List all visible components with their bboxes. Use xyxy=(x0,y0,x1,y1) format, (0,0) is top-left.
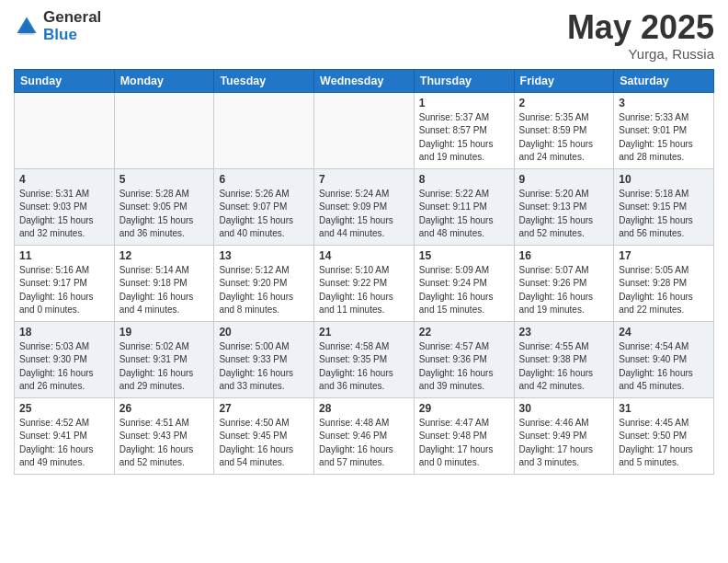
day-info: Sunrise: 4:51 AMSunset: 9:43 PMDaylight:… xyxy=(119,417,210,470)
week-row-4: 18Sunrise: 5:03 AMSunset: 9:30 PMDayligh… xyxy=(15,321,714,397)
calendar-cell: 25Sunrise: 4:52 AMSunset: 9:41 PMDayligh… xyxy=(15,397,115,474)
calendar-cell: 10Sunrise: 5:18 AMSunset: 9:15 PMDayligh… xyxy=(614,168,714,245)
calendar-cell xyxy=(214,92,314,168)
calendar-cell: 2Sunrise: 5:35 AMSunset: 8:59 PMDaylight… xyxy=(514,92,614,168)
day-number: 28 xyxy=(319,402,409,415)
day-number: 7 xyxy=(319,173,409,186)
day-info: Sunrise: 5:02 AMSunset: 9:31 PMDaylight:… xyxy=(119,340,210,394)
day-number: 9 xyxy=(519,173,609,186)
day-info: Sunrise: 5:12 AMSunset: 9:20 PMDaylight:… xyxy=(219,264,309,317)
day-info: Sunrise: 5:10 AMSunset: 9:22 PMDaylight:… xyxy=(319,264,409,317)
day-number: 6 xyxy=(219,173,309,186)
title-location: Yurga, Russia xyxy=(567,46,714,62)
day-info: Sunrise: 4:57 AMSunset: 9:36 PMDaylight:… xyxy=(419,340,509,394)
header: General Blue May 2025 Yurga, Russia xyxy=(14,9,714,62)
day-info: Sunrise: 5:18 AMSunset: 9:15 PMDaylight:… xyxy=(619,188,709,241)
calendar-cell: 14Sunrise: 5:10 AMSunset: 9:22 PMDayligh… xyxy=(314,245,415,321)
day-number: 4 xyxy=(19,173,109,186)
week-row-3: 11Sunrise: 5:16 AMSunset: 9:17 PMDayligh… xyxy=(15,245,714,321)
day-number: 27 xyxy=(219,402,309,415)
day-number: 14 xyxy=(319,249,409,262)
day-number: 26 xyxy=(119,402,210,415)
day-info: Sunrise: 4:50 AMSunset: 9:45 PMDaylight:… xyxy=(219,417,309,470)
weekday-header-thursday: Thursday xyxy=(414,69,514,92)
calendar-cell: 16Sunrise: 5:07 AMSunset: 9:26 PMDayligh… xyxy=(514,245,614,321)
calendar-cell xyxy=(314,92,415,168)
logo-icon xyxy=(14,14,40,40)
day-info: Sunrise: 5:35 AMSunset: 8:59 PMDaylight:… xyxy=(519,111,609,165)
day-info: Sunrise: 5:28 AMSunset: 9:05 PMDaylight:… xyxy=(119,188,210,241)
calendar-cell: 8Sunrise: 5:22 AMSunset: 9:11 PMDaylight… xyxy=(414,168,514,245)
day-info: Sunrise: 4:55 AMSunset: 9:38 PMDaylight:… xyxy=(519,340,609,394)
day-info: Sunrise: 4:54 AMSunset: 9:40 PMDaylight:… xyxy=(619,340,709,394)
day-number: 24 xyxy=(619,326,709,339)
calendar-cell: 29Sunrise: 4:47 AMSunset: 9:48 PMDayligh… xyxy=(414,397,514,474)
calendar-cell: 3Sunrise: 5:33 AMSunset: 9:01 PMDaylight… xyxy=(614,92,714,168)
day-number: 19 xyxy=(119,326,210,339)
day-info: Sunrise: 4:46 AMSunset: 9:49 PMDaylight:… xyxy=(519,417,609,470)
day-info: Sunrise: 5:24 AMSunset: 9:09 PMDaylight:… xyxy=(319,188,409,241)
calendar-cell: 11Sunrise: 5:16 AMSunset: 9:17 PMDayligh… xyxy=(15,245,115,321)
day-info: Sunrise: 5:31 AMSunset: 9:03 PMDaylight:… xyxy=(19,188,109,241)
day-info: Sunrise: 5:20 AMSunset: 9:13 PMDaylight:… xyxy=(519,188,609,241)
title-month: May 2025 xyxy=(567,9,714,46)
weekday-header-tuesday: Tuesday xyxy=(214,69,314,92)
calendar-cell: 17Sunrise: 5:05 AMSunset: 9:28 PMDayligh… xyxy=(614,245,714,321)
day-number: 17 xyxy=(619,249,709,262)
calendar-cell: 5Sunrise: 5:28 AMSunset: 9:05 PMDaylight… xyxy=(114,168,214,245)
day-info: Sunrise: 5:00 AMSunset: 9:33 PMDaylight:… xyxy=(219,340,309,394)
logo-text: General Blue xyxy=(43,9,101,43)
calendar-cell: 9Sunrise: 5:20 AMSunset: 9:13 PMDaylight… xyxy=(514,168,614,245)
week-row-5: 25Sunrise: 4:52 AMSunset: 9:41 PMDayligh… xyxy=(15,397,714,474)
calendar-cell: 20Sunrise: 5:00 AMSunset: 9:33 PMDayligh… xyxy=(214,321,314,397)
day-info: Sunrise: 5:33 AMSunset: 9:01 PMDaylight:… xyxy=(619,111,709,165)
calendar-cell: 28Sunrise: 4:48 AMSunset: 9:46 PMDayligh… xyxy=(314,397,415,474)
day-info: Sunrise: 5:09 AMSunset: 9:24 PMDaylight:… xyxy=(419,264,509,317)
weekday-header-sunday: Sunday xyxy=(15,69,115,92)
page: General Blue May 2025 Yurga, Russia Sund… xyxy=(0,0,728,488)
weekday-header-friday: Friday xyxy=(514,69,614,92)
title-block: May 2025 Yurga, Russia xyxy=(567,9,714,62)
calendar-cell: 4Sunrise: 5:31 AMSunset: 9:03 PMDaylight… xyxy=(15,168,115,245)
day-number: 1 xyxy=(419,97,509,109)
calendar-cell: 23Sunrise: 4:55 AMSunset: 9:38 PMDayligh… xyxy=(514,321,614,397)
day-number: 30 xyxy=(519,402,609,415)
logo: General Blue xyxy=(14,9,101,43)
day-number: 21 xyxy=(319,326,409,339)
day-number: 23 xyxy=(519,326,609,339)
calendar-cell: 6Sunrise: 5:26 AMSunset: 9:07 PMDaylight… xyxy=(214,168,314,245)
day-info: Sunrise: 4:47 AMSunset: 9:48 PMDaylight:… xyxy=(419,417,509,470)
day-number: 3 xyxy=(619,97,709,109)
day-info: Sunrise: 5:16 AMSunset: 9:17 PMDaylight:… xyxy=(19,264,109,317)
calendar-cell: 12Sunrise: 5:14 AMSunset: 9:18 PMDayligh… xyxy=(114,245,214,321)
calendar-cell xyxy=(114,92,214,168)
calendar-cell: 27Sunrise: 4:50 AMSunset: 9:45 PMDayligh… xyxy=(214,397,314,474)
day-info: Sunrise: 4:58 AMSunset: 9:35 PMDaylight:… xyxy=(319,340,409,394)
logo-general: General xyxy=(43,9,101,27)
day-info: Sunrise: 5:26 AMSunset: 9:07 PMDaylight:… xyxy=(219,188,309,241)
day-info: Sunrise: 5:07 AMSunset: 9:26 PMDaylight:… xyxy=(519,264,609,317)
day-number: 13 xyxy=(219,249,309,262)
day-info: Sunrise: 4:45 AMSunset: 9:50 PMDaylight:… xyxy=(619,417,709,470)
logo-blue: Blue xyxy=(43,27,101,44)
day-number: 15 xyxy=(419,249,509,262)
day-number: 8 xyxy=(419,173,509,186)
day-info: Sunrise: 5:03 AMSunset: 9:30 PMDaylight:… xyxy=(19,340,109,394)
day-number: 16 xyxy=(519,249,609,262)
calendar-cell: 24Sunrise: 4:54 AMSunset: 9:40 PMDayligh… xyxy=(614,321,714,397)
calendar-cell: 1Sunrise: 5:37 AMSunset: 8:57 PMDaylight… xyxy=(414,92,514,168)
calendar-cell: 22Sunrise: 4:57 AMSunset: 9:36 PMDayligh… xyxy=(414,321,514,397)
day-info: Sunrise: 5:05 AMSunset: 9:28 PMDaylight:… xyxy=(619,264,709,317)
calendar-cell: 21Sunrise: 4:58 AMSunset: 9:35 PMDayligh… xyxy=(314,321,415,397)
day-number: 5 xyxy=(119,173,210,186)
day-info: Sunrise: 5:14 AMSunset: 9:18 PMDaylight:… xyxy=(119,264,210,317)
calendar-table: SundayMondayTuesdayWednesdayThursdayFrid… xyxy=(14,69,714,475)
day-number: 18 xyxy=(19,326,109,339)
calendar-cell: 7Sunrise: 5:24 AMSunset: 9:09 PMDaylight… xyxy=(314,168,415,245)
week-row-1: 1Sunrise: 5:37 AMSunset: 8:57 PMDaylight… xyxy=(15,92,714,168)
day-number: 22 xyxy=(419,326,509,339)
day-number: 29 xyxy=(419,402,509,415)
day-info: Sunrise: 5:22 AMSunset: 9:11 PMDaylight:… xyxy=(419,188,509,241)
calendar-cell: 18Sunrise: 5:03 AMSunset: 9:30 PMDayligh… xyxy=(15,321,115,397)
week-row-2: 4Sunrise: 5:31 AMSunset: 9:03 PMDaylight… xyxy=(15,168,714,245)
